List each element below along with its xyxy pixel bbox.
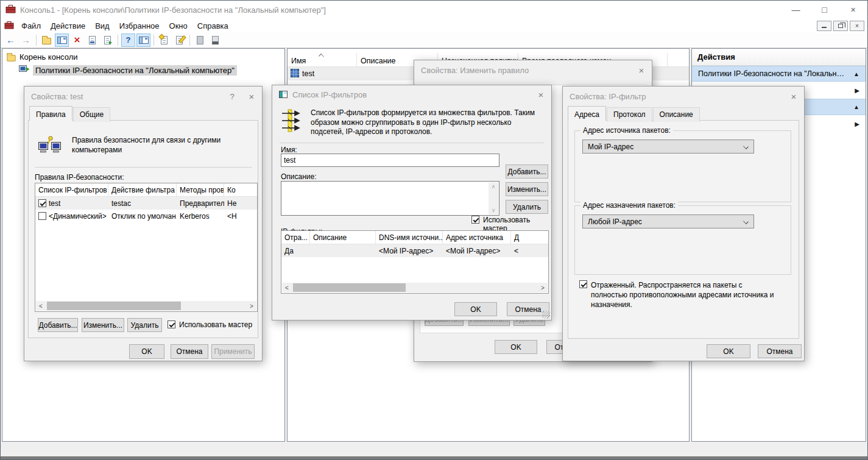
col-mirrored[interactable]: Отра... — [281, 231, 310, 244]
back-icon[interactable]: ← — [4, 34, 18, 47]
source-address-select[interactable]: Мой IP-адрес — [582, 140, 754, 154]
rule-cell: Отклик по умолчан... — [108, 212, 177, 221]
rules-add-button[interactable]: Добавить... — [38, 318, 78, 332]
rule-row-test[interactable]: test testac Предварител... Не — [35, 197, 257, 210]
menu-help[interactable]: Справка — [192, 20, 233, 32]
rules-edit-button[interactable]: Изменить... — [82, 318, 124, 332]
collapse-icon[interactable]: ▲ — [853, 104, 859, 110]
use-wizard-label: Использовать мастер — [179, 320, 252, 329]
tab-addresses[interactable]: Адреса — [568, 106, 606, 121]
tree-node-console-root[interactable]: Корень консоли — [7, 52, 78, 62]
use-wizard-option[interactable]: Использовать мастер — [168, 320, 252, 329]
col-destination[interactable]: Д — [511, 231, 549, 244]
close-button[interactable]: × — [839, 1, 867, 19]
expand-icon[interactable]: ▶ — [855, 121, 859, 127]
filter-remove-button[interactable]: Удалить — [506, 200, 548, 214]
delete-icon[interactable]: × — [70, 34, 84, 47]
filter-list-ok-button[interactable]: OK — [454, 302, 497, 316]
tab-rules[interactable]: Правила — [29, 106, 72, 121]
toolbar: ← → × ? — [1, 32, 867, 48]
scrollbar-thumb[interactable] — [47, 302, 181, 310]
col-source-dns[interactable]: DNS-имя источни... — [376, 231, 443, 244]
tree-node-ip-security-policies[interactable]: Политики IP-безопасности на "Локальный к… — [19, 65, 237, 76]
rule-enabled-checkbox[interactable] — [38, 212, 46, 220]
close-icon[interactable]: × — [631, 60, 652, 80]
col-auth-methods[interactable]: Методы пров... — [177, 183, 224, 197]
scroll-left-icon[interactable]: < — [282, 283, 292, 292]
description-label: Описание: — [281, 172, 317, 181]
forward-icon[interactable]: → — [19, 34, 33, 47]
actions-group-ip-security[interactable]: Политики IP-безопасности на "Локальный к… — [692, 66, 866, 82]
col-filter-list[interactable]: Список IP-фильтров — [35, 183, 108, 197]
tab-general[interactable]: Общие — [73, 107, 110, 122]
up-one-level-icon[interactable] — [40, 34, 54, 47]
close-icon[interactable]: × — [783, 87, 804, 106]
child-minimize-button[interactable] — [817, 21, 831, 31]
test-cancel-button[interactable]: Отмена — [171, 344, 208, 359]
col-source-address[interactable]: Адрес источника — [443, 231, 511, 244]
scrollbar-thumb[interactable] — [293, 283, 406, 292]
col-description[interactable]: Описание — [310, 231, 376, 244]
menu-view[interactable]: Вид — [90, 20, 115, 32]
filter-list-window-icon — [279, 91, 288, 98]
scroll-right-icon[interactable]: > — [247, 301, 256, 311]
export-list-icon[interactable] — [101, 34, 115, 47]
minimize-button[interactable]: — — [782, 1, 810, 19]
scroll-down-icon[interactable]: ∨ — [492, 207, 496, 213]
use-wizard-checkbox[interactable] — [168, 320, 175, 328]
use-wizard-checkbox[interactable] — [471, 216, 479, 224]
menu-window[interactable]: Окно — [164, 20, 192, 32]
rule-enabled-checkbox[interactable] — [38, 199, 46, 207]
horizontal-scrollbar[interactable]: < > — [36, 301, 256, 311]
scroll-right-icon[interactable]: > — [538, 283, 548, 292]
help-icon[interactable]: ? — [223, 87, 241, 106]
manage-filter-lists-icon[interactable] — [172, 34, 186, 47]
close-icon[interactable]: × — [531, 85, 551, 104]
destination-address-value: Любой IP-адрес — [588, 218, 642, 226]
destination-address-select[interactable]: Любой IP-адрес — [582, 214, 754, 228]
description-textarea[interactable]: ∧ ∨ — [281, 181, 499, 216]
properties-icon[interactable] — [85, 34, 99, 47]
column-header-name[interactable]: Имя — [288, 53, 357, 67]
action-pane-toggle-icon[interactable] — [136, 34, 150, 47]
create-policy-icon[interactable] — [157, 34, 171, 47]
rules-remove-button[interactable]: Удалить — [127, 318, 162, 332]
menu-file[interactable]: Файл — [16, 20, 46, 32]
policy-check-icon[interactable] — [208, 34, 222, 47]
filter-add-button[interactable]: Добавить... — [506, 165, 548, 179]
child-close-button[interactable]: × — [850, 21, 864, 31]
ip-filter-ok-button[interactable]: OK — [707, 344, 750, 358]
scroll-left-icon[interactable]: < — [36, 301, 46, 311]
scroll-up-icon[interactable]: ∧ — [492, 183, 496, 189]
test-apply-button[interactable]: Применить — [211, 344, 255, 359]
new-policy-doc-icon — [161, 36, 168, 44]
filter-row[interactable]: Да <Мой IP-адрес> <Мой IP-адрес> < — [281, 244, 548, 257]
ip-filter-cancel-button[interactable]: Отмена — [758, 344, 802, 358]
test-ok-button[interactable]: OK — [129, 344, 164, 359]
edit-rule-ok-button[interactable]: OK — [495, 340, 537, 354]
help-icon[interactable]: ? — [121, 34, 135, 47]
col-tunnel-endpoint[interactable]: Ко — [224, 183, 258, 197]
ipsec-tool-icon[interactable] — [193, 34, 207, 47]
rule-row-dynamic[interactable]: <Динамический> Отклик по умолчан... Kerb… — [35, 210, 257, 222]
tab-description[interactable]: Описание — [653, 107, 700, 122]
name-input[interactable] — [281, 154, 499, 167]
close-icon[interactable]: × — [241, 87, 262, 106]
child-restore-button[interactable] — [833, 21, 848, 31]
filter-edit-button[interactable]: Изменить... — [506, 182, 548, 196]
minimize-icon — [822, 27, 827, 28]
expand-icon[interactable]: ▶ — [855, 87, 859, 94]
resize-grip[interactable] — [542, 311, 550, 319]
actions-pane-header: Действия — [692, 49, 866, 66]
rule-cell: <Н — [224, 212, 258, 221]
menu-favorites[interactable]: Избранное — [115, 20, 164, 32]
maximize-button[interactable]: □ — [810, 1, 839, 19]
mirrored-checkbox[interactable] — [579, 280, 587, 288]
mirrored-option[interactable]: Отраженный. Распространяется на пакеты с… — [579, 280, 780, 310]
collapse-icon[interactable]: ▲ — [853, 71, 859, 77]
console-tree-toggle-icon[interactable] — [55, 34, 69, 47]
horizontal-scrollbar[interactable]: < > — [282, 283, 548, 292]
col-filter-action[interactable]: Действие фильтра — [108, 183, 177, 197]
tab-protocol[interactable]: Протокол — [607, 107, 652, 122]
menu-action[interactable]: Действие — [46, 20, 90, 32]
